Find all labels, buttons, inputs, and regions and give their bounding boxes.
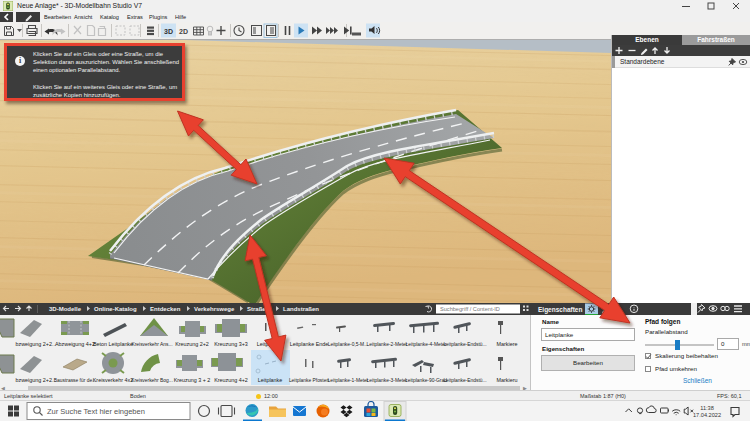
svg-text:Markieru: Markieru bbox=[497, 377, 518, 383]
svg-text:Leitplanke-3-Meter: Leitplanke-3-Meter bbox=[367, 378, 408, 383]
svg-text:17.04.2022: 17.04.2022 bbox=[693, 412, 721, 418]
svg-text:Leitplanke-90-Grad: Leitplanke-90-Grad bbox=[405, 378, 447, 383]
svg-text:Leitplanke: Leitplanke bbox=[258, 377, 283, 383]
svg-text:Kreuzung 2+2: Kreuzung 2+2 bbox=[175, 341, 209, 347]
svg-text:Kreuzung 3+3: Kreuzung 3+3 bbox=[214, 341, 248, 347]
svg-text:Leitplanke Ende: Leitplanke Ende bbox=[290, 341, 329, 347]
svg-text:Leitplanke-4-Meter: Leitplanke-4-Meter bbox=[406, 342, 447, 347]
svg-text:Eigenschaften: Eigenschaften bbox=[538, 306, 582, 314]
svg-text:2D: 2D bbox=[179, 28, 188, 35]
svg-text:Leitpfosten: Leitpfosten bbox=[257, 341, 283, 347]
svg-text:Leitplanke-2-Meter: Leitplanke-2-Meter bbox=[367, 342, 408, 347]
svg-text:Abzweigung 4+2: Abzweigung 4+2 bbox=[55, 341, 95, 347]
svg-text:3D-Modelle: 3D-Modelle bbox=[49, 306, 82, 312]
svg-text:Zur Suche Text hier eingeben: Zur Suche Text hier eingeben bbox=[47, 407, 145, 416]
svg-text:Kreuzung 4+2: Kreuzung 4+2 bbox=[214, 377, 248, 383]
svg-text:Markiere: Markiere bbox=[497, 341, 518, 347]
svg-text:Suchbegriff / Content-ID: Suchbegriff / Content-ID bbox=[440, 306, 500, 312]
svg-text:Online-Katalog: Online-Katalog bbox=[94, 306, 137, 312]
svg-text:bzweigung 2+2...: bzweigung 2+2... bbox=[16, 377, 57, 383]
svg-text:Leitplanke-1-Meter: Leitplanke-1-Meter bbox=[328, 378, 369, 383]
svg-text:Verkehrswege: Verkehrswege bbox=[194, 306, 235, 312]
svg-text:Leitplanke-0,5-M...: Leitplanke-0,5-M... bbox=[328, 342, 369, 347]
svg-text:11:38: 11:38 bbox=[700, 405, 714, 411]
svg-text:Entdecken: Entdecken bbox=[150, 306, 181, 312]
svg-text:Leitplanke-Endstü...: Leitplanke-Endstü... bbox=[443, 378, 486, 383]
svg-text:Straßen: Straßen bbox=[247, 306, 270, 312]
svg-text:Beton Leitplanke: Beton Leitplanke bbox=[93, 341, 133, 347]
svg-text:bzweigung 2+2...: bzweigung 2+2... bbox=[16, 341, 57, 347]
svg-text:Kreisverkehr Ans...: Kreisverkehr Ans... bbox=[131, 342, 172, 347]
svg-text:Baustrasse für de...: Baustrasse für de... bbox=[54, 378, 96, 383]
svg-text:Leitplanke-Endstü...: Leitplanke-Endstü... bbox=[443, 342, 486, 347]
svg-text:Landstraßen: Landstraßen bbox=[283, 306, 319, 312]
svg-text:Leitplanke Pfosten: Leitplanke Pfosten bbox=[289, 378, 330, 383]
svg-text:Kreisverkehr Bog...: Kreisverkehr Bog... bbox=[131, 378, 173, 383]
svg-text:Kreisverkehr 4x2: Kreisverkehr 4x2 bbox=[93, 377, 133, 383]
svg-text:Kreuzung 3 + 2: Kreuzung 3 + 2 bbox=[174, 377, 211, 383]
svg-text:3D: 3D bbox=[164, 28, 173, 35]
